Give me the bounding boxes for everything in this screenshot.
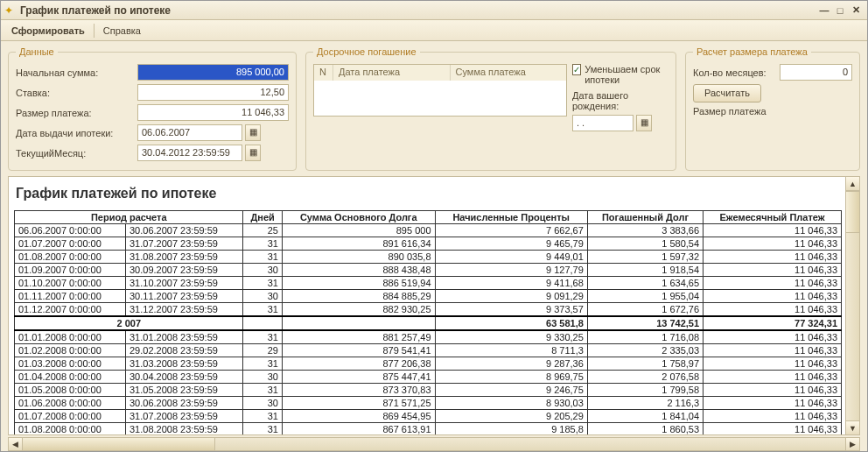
payment-label: Размер платежа:: [16, 108, 134, 118]
calc-fieldset: Расчет размера платежа Кол-во месяцев: 0…: [685, 46, 860, 171]
payment-input[interactable]: 11 046,33: [137, 104, 289, 121]
minimize-button[interactable]: —: [816, 5, 832, 16]
table-row[interactable]: 01.03.2008 0:00:0031.03.2008 23:59:59318…: [15, 357, 842, 371]
report-title: График платежей по ипотеке: [16, 186, 842, 201]
scroll-right-icon[interactable]: ▶: [845, 438, 859, 450]
data-legend: Данные: [16, 46, 58, 57]
birth-date-picker[interactable]: ▦: [636, 115, 652, 131]
calc-legend: Расчет размера платежа: [693, 46, 811, 57]
early-fieldset: Досрочное погашение N Дата платежа Сумма…: [305, 46, 676, 171]
table-row[interactable]: 06.06.2007 0:00:0030.06.2007 23:59:59258…: [15, 224, 842, 237]
table-row[interactable]: 01.05.2008 0:00:0031.05.2008 23:59:59318…: [15, 384, 842, 397]
current-month-label: ТекущийМесяц:: [16, 148, 134, 159]
months-input[interactable]: 0: [780, 64, 852, 81]
report-area: График платежей по ипотеке Период расчет…: [8, 176, 860, 435]
rate-input[interactable]: 12,50: [137, 84, 289, 101]
table-row[interactable]: 01.01.2008 0:00:0031.01.2008 23:59:59318…: [15, 330, 842, 344]
issue-date-label: Дата выдачи ипотеки:: [16, 128, 134, 138]
early-legend: Досрочное погашение: [313, 46, 420, 57]
table-row[interactable]: 01.07.2007 0:00:0031.07.2007 23:59:59318…: [15, 237, 842, 251]
hscroll-thumb[interactable]: [23, 438, 215, 450]
col-interest: Начисленные Проценты: [435, 211, 587, 224]
generate-button[interactable]: Сформировать: [6, 24, 90, 38]
table-row[interactable]: 01.02.2008 0:00:0029.02.2008 23:59:59298…: [15, 344, 842, 357]
rate-label: Ставка:: [16, 88, 134, 98]
col-period: Период расчета: [15, 211, 243, 224]
early-right: ✓ Уменьшаем срок ипотеки Дата вашего рож…: [572, 64, 668, 135]
report-content[interactable]: График платежей по ипотеке Период расчет…: [9, 177, 845, 434]
table-total-row: 2 00763 581,813 742,5177 324,31: [15, 316, 842, 330]
calc-button[interactable]: Расчитать: [693, 84, 761, 102]
scroll-left-icon[interactable]: ◀: [9, 438, 23, 450]
reduce-term-label: Уменьшаем срок ипотеки: [584, 64, 668, 85]
table-row[interactable]: 01.09.2007 0:00:0030.09.2007 23:59:59308…: [15, 264, 842, 277]
help-button[interactable]: Справка: [98, 24, 146, 38]
panels-row: Данные Начальная сумма: 895 000,00 Ставк…: [1, 41, 867, 176]
result-label: Размер платежа: [693, 106, 766, 117]
checkbox-icon: ✓: [572, 64, 581, 75]
app-icon: ✦: [4, 4, 17, 17]
early-col-sum: Сумма платежа: [451, 65, 567, 81]
table-row[interactable]: 01.04.2008 0:00:0030.04.2008 23:59:59308…: [15, 371, 842, 384]
birth-label: Дата вашего рождения:: [572, 90, 668, 111]
toolbar-separator: [94, 24, 94, 38]
app-window: ✦ График платежей по ипотеке — □ ✕ Сформ…: [0, 0, 868, 452]
maximize-button[interactable]: □: [832, 5, 848, 16]
table-row[interactable]: 01.07.2008 0:00:0031.07.2008 23:59:59318…: [15, 410, 842, 423]
data-fieldset: Данные Начальная сумма: 895 000,00 Ставк…: [8, 46, 297, 171]
scroll-thumb[interactable]: [846, 191, 859, 233]
horizontal-scrollbar[interactable]: ◀ ▶: [8, 437, 860, 451]
initial-sum-label: Начальная сумма:: [16, 67, 134, 78]
col-monthly: Ежемесячный Платеж: [704, 211, 842, 224]
close-button[interactable]: ✕: [848, 4, 864, 16]
table-row[interactable]: 01.12.2007 0:00:0031.12.2007 23:59:59318…: [15, 303, 842, 317]
vertical-scrollbar[interactable]: ▲ ▼: [845, 177, 859, 434]
initial-sum-input[interactable]: 895 000,00: [137, 64, 289, 81]
issue-date-picker[interactable]: ▦: [245, 124, 261, 141]
months-label: Кол-во месяцев:: [693, 67, 776, 78]
table-row[interactable]: 01.08.2007 0:00:0031.08.2007 23:59:59318…: [15, 251, 842, 264]
table-row[interactable]: 01.08.2008 0:00:0031.08.2008 23:59:59318…: [15, 423, 842, 435]
current-month-picker[interactable]: ▦: [245, 145, 261, 161]
col-principal: Сумма Основного Долга: [282, 211, 435, 224]
col-days: Дней: [243, 211, 282, 224]
window-title: График платежей по ипотеке: [20, 4, 816, 17]
current-month-input[interactable]: 30.04.2012 23:59:59: [137, 145, 242, 161]
toolbar: Сформировать Справка: [1, 20, 867, 41]
early-col-date: Дата платежа: [333, 65, 451, 81]
scroll-up-icon[interactable]: ▲: [846, 177, 859, 191]
scroll-down-icon[interactable]: ▼: [846, 420, 859, 434]
report-table: Период расчета Дней Сумма Основного Долг…: [14, 210, 842, 434]
col-repaid: Погашенный Долг: [587, 211, 703, 224]
issue-date-input[interactable]: 06.06.2007: [137, 124, 242, 141]
early-col-n: N: [314, 65, 333, 81]
reduce-term-checkbox[interactable]: ✓ Уменьшаем срок ипотеки: [572, 64, 668, 85]
table-row[interactable]: 01.06.2008 0:00:0030.06.2008 23:59:59308…: [15, 397, 842, 410]
early-grid[interactable]: N Дата платежа Сумма платежа: [313, 64, 567, 117]
titlebar: ✦ График платежей по ипотеке — □ ✕: [1, 1, 867, 20]
table-row[interactable]: 01.10.2007 0:00:0031.10.2007 23:59:59318…: [15, 277, 842, 290]
birth-input[interactable]: . .: [572, 115, 634, 131]
table-row[interactable]: 01.11.2007 0:00:0030.11.2007 23:59:59308…: [15, 290, 842, 303]
